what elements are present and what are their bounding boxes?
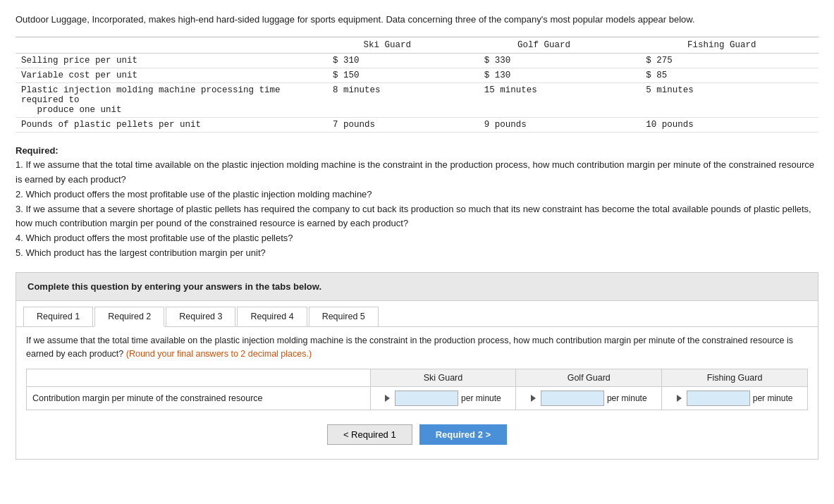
tab-content-area: If we assume that the total time availab…	[16, 327, 818, 460]
required-item-1: 1. If we assume that the total time avai…	[16, 159, 814, 185]
table-header-fishing: Fishing Guard	[625, 37, 818, 53]
required-item-4: 4. Which product offers the most profita…	[16, 233, 293, 243]
ski-pointer-icon	[385, 395, 390, 402]
required-item-5: 5. Which product has the largest contrib…	[16, 247, 266, 258]
table-header-golf: Golf Guard	[463, 37, 625, 53]
tabs-row: Required 1 Required 2 Required 3 Require…	[16, 301, 818, 327]
tab-instruction: If we assume that the total time availab…	[26, 334, 808, 361]
ski-input-group: per minute	[376, 391, 510, 406]
golf-input-group: per minute	[522, 391, 656, 406]
ski-unit-label: per minute	[461, 393, 501, 403]
table-row: Selling price per unit $ 310 $ 330 $ 275	[16, 53, 818, 68]
table-row: Pounds of plastic pellets per unit 7 pou…	[16, 117, 818, 132]
golf-unit-label: per minute	[607, 393, 647, 403]
intro-paragraph: Outdoor Luggage, Incorporated, makes hig…	[16, 13, 818, 27]
ski-input-cell: per minute	[370, 387, 516, 410]
next-button[interactable]: Required 2 >	[419, 424, 507, 445]
table-row: Variable cost per unit $ 150 $ 130 $ 85	[16, 68, 818, 82]
tab-required-1[interactable]: Required 1	[23, 307, 93, 326]
ski-answer-input[interactable]	[395, 391, 458, 406]
answer-table: Ski Guard Golf Guard Fishing Guard Contr…	[26, 369, 808, 410]
fishing-pointer-icon	[677, 395, 682, 402]
row-label-plastic: Plastic injection molding machine proces…	[16, 82, 312, 117]
data-table: Ski Guard Golf Guard Fishing Guard Selli…	[16, 37, 818, 133]
required-title: Required:	[16, 145, 59, 156]
table-row: Plastic injection molding machine proces…	[16, 82, 818, 117]
row-value-golf-variable: $ 130	[463, 68, 625, 82]
fishing-input-cell: per minute	[662, 387, 808, 410]
row-value-fishing-variable: $ 85	[625, 68, 818, 82]
row-value-ski-variable: $ 150	[312, 68, 463, 82]
tab-highlight-text: (Round your final answers to 2 decimal p…	[126, 349, 312, 359]
answer-table-header-empty	[27, 369, 371, 387]
row-label-pounds: Pounds of plastic pellets per unit	[16, 117, 312, 132]
tab-required-2[interactable]: Required 2	[94, 307, 164, 327]
answer-table-header-ski: Ski Guard	[370, 369, 516, 387]
fishing-answer-input[interactable]	[687, 391, 750, 406]
tab-required-4[interactable]: Required 4	[237, 307, 307, 326]
row-value-fishing-pounds: 10 pounds	[625, 117, 818, 132]
row-value-ski-selling: $ 310	[312, 53, 463, 68]
row-label-selling: Selling price per unit	[16, 53, 312, 68]
golf-input-cell: per minute	[516, 387, 662, 410]
fishing-input-group: per minute	[668, 391, 802, 406]
required-item-3: 3. If we assume that a severe shortage o…	[16, 204, 811, 229]
row-value-golf-selling: $ 330	[463, 53, 625, 68]
required-section: Required: 1. If we assume that the total…	[16, 144, 818, 261]
row-value-ski-pounds: 7 pounds	[312, 117, 463, 132]
tab-required-5[interactable]: Required 5	[309, 307, 379, 326]
answer-row: Contribution margin per minute of the co…	[27, 387, 808, 410]
complete-box: Complete this question by entering your …	[16, 272, 818, 301]
tabs-area: Required 1 Required 2 Required 3 Require…	[16, 301, 818, 460]
row-value-ski-plastic: 8 minutes	[312, 82, 463, 117]
table-header-ski: Ski Guard	[312, 37, 463, 53]
answer-table-header-fishing: Fishing Guard	[662, 369, 808, 387]
answer-row-label: Contribution margin per minute of the co…	[27, 387, 371, 410]
tab-required-3[interactable]: Required 3	[166, 307, 235, 326]
row-value-fishing-selling: $ 275	[625, 53, 818, 68]
row-value-fishing-plastic: 5 minutes	[625, 82, 818, 117]
golf-pointer-icon	[531, 395, 536, 402]
row-value-golf-pounds: 9 pounds	[463, 117, 625, 132]
answer-table-header-golf: Golf Guard	[516, 369, 662, 387]
fishing-unit-label: per minute	[753, 393, 793, 403]
prev-button[interactable]: < Required 1	[327, 424, 412, 445]
row-label-variable: Variable cost per unit	[16, 68, 312, 82]
row-value-golf-plastic: 15 minutes	[463, 82, 625, 117]
nav-buttons: < Required 1 Required 2 >	[26, 420, 808, 452]
golf-answer-input[interactable]	[541, 391, 604, 406]
required-item-2: 2. Which product offers the most profita…	[16, 189, 372, 199]
table-header-empty	[16, 37, 312, 53]
